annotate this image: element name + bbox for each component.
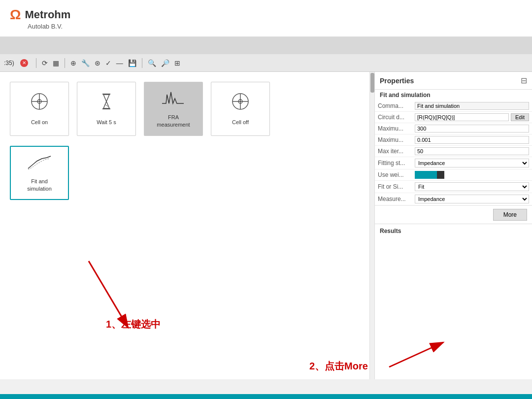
cell-off-icon xyxy=(231,92,250,115)
omega-icon: Ω xyxy=(10,7,21,23)
properties-section-title: Fit and simulation xyxy=(375,90,532,100)
prop-value: Impedance xyxy=(412,193,532,205)
results-section: Results xyxy=(375,224,532,237)
table-row: Maximu... xyxy=(375,134,532,146)
max-tol-input[interactable] xyxy=(415,136,529,144)
prop-value xyxy=(412,123,532,134)
more-button[interactable]: More xyxy=(493,209,527,221)
cell-on-label: Cell on xyxy=(31,119,48,126)
fit-block-row: Fit and simulation xyxy=(10,146,360,200)
toolbar: :35) ✕ ⟳ ▦ ⊕ 🔧 ⊛ ✓ — 💾 🔍 🔎 ⊞ xyxy=(0,54,532,72)
svg-point-12 xyxy=(240,101,241,102)
cell-off-label: Cell off xyxy=(232,119,249,126)
minus-icon[interactable]: — xyxy=(115,58,125,68)
prop-value xyxy=(412,134,532,146)
edit-button[interactable]: Edit xyxy=(511,113,529,121)
scroll-thumb[interactable] xyxy=(370,73,374,93)
prop-key: Use wei... xyxy=(375,169,412,181)
fitting-strategy-select[interactable]: Impedance xyxy=(415,159,529,167)
left-panel: Cell on Wait 5 s xyxy=(0,72,369,379)
zoom-fit-icon[interactable]: ⊞ xyxy=(173,58,182,68)
table-row: Use wei... xyxy=(375,169,532,181)
cell-on-icon xyxy=(30,92,49,115)
svg-point-4 xyxy=(39,101,40,102)
weight-dark xyxy=(437,171,444,179)
table-row: Fitting st... Impedance xyxy=(375,157,532,169)
prop-key: Maximu... xyxy=(375,123,412,134)
results-title: Results xyxy=(380,228,401,234)
wait-label: Wait 5 s xyxy=(97,119,116,126)
fit-sim-label: Fit and simulation xyxy=(27,178,52,192)
svg-rect-6 xyxy=(102,108,110,109)
prop-key: Circuit d... xyxy=(375,112,412,123)
fra-icon xyxy=(161,90,186,110)
zoom-in-icon[interactable]: 🔎 xyxy=(160,58,171,68)
command-input[interactable] xyxy=(415,102,529,110)
measure-select[interactable]: Impedance xyxy=(415,195,529,203)
scroll-bar[interactable] xyxy=(369,72,374,379)
table-row: Circuit d... Edit xyxy=(375,112,532,123)
max-iter-input[interactable] xyxy=(415,125,529,133)
properties-table: Comma... Circuit d... Edit xyxy=(375,100,532,205)
prop-key: Maximu... xyxy=(375,134,412,146)
link-icon[interactable]: ⊛ xyxy=(93,58,102,68)
table-row: Fit or Si... Fit Simulation xyxy=(375,181,532,193)
prop-value: Impedance xyxy=(412,157,532,169)
toolbar-title: :35) xyxy=(4,60,14,66)
target-icon[interactable]: ⊕ xyxy=(69,58,78,68)
company-name: Metrohm xyxy=(25,8,70,21)
prop-value: Edit xyxy=(412,112,532,123)
properties-header: Properties ⊟ xyxy=(375,72,532,90)
grid-icon[interactable]: ▦ xyxy=(51,58,61,68)
prop-key: Fitting st... xyxy=(375,157,412,169)
wait-icon xyxy=(97,92,116,115)
table-row: Maximu... xyxy=(375,123,532,134)
logo: Ω Metrohm Autolab B.V. xyxy=(10,7,70,30)
workspace: Cell on Wait 5 s xyxy=(0,72,532,379)
fit-or-sim-select[interactable]: Fit Simulation xyxy=(415,182,529,191)
prop-key: Comma... xyxy=(375,100,412,112)
prop-key: Max iter... xyxy=(375,146,412,157)
bottom-bar xyxy=(0,394,532,399)
prop-value: Fit Simulation xyxy=(412,181,532,193)
table-row: Comma... xyxy=(375,100,532,112)
prop-value xyxy=(412,100,532,112)
toolbar-separator-2 xyxy=(65,58,65,68)
company-sub: Autolab B.V. xyxy=(28,23,70,30)
gray-bar xyxy=(0,37,532,54)
zoom-out-icon[interactable]: 🔍 xyxy=(146,58,158,68)
fra-label: FRA measurement xyxy=(157,114,190,128)
right-panel: Properties ⊟ Fit and simulation Comma... xyxy=(374,72,532,379)
wait-block[interactable]: Wait 5 s xyxy=(77,82,136,136)
more-btn-container: More xyxy=(375,205,532,224)
table-row: Measure... Impedance xyxy=(375,193,532,205)
toolbar-separator xyxy=(36,58,36,68)
blocks-row: Cell on Wait 5 s xyxy=(10,82,360,136)
prop-key: Fit or Si... xyxy=(375,181,412,193)
properties-title: Properties xyxy=(380,77,414,85)
prop-key: Measure... xyxy=(375,193,412,205)
wrench-icon[interactable]: 🔧 xyxy=(80,58,91,68)
weight-teal xyxy=(415,171,437,179)
table-row: Max iter... xyxy=(375,146,532,157)
fit-icon xyxy=(27,154,52,174)
toolbar-separator-3 xyxy=(142,58,142,68)
check-icon[interactable]: ✓ xyxy=(104,58,113,68)
main-content: :35) ✕ ⟳ ▦ ⊕ 🔧 ⊛ ✓ — 💾 🔍 🔎 ⊞ xyxy=(0,54,532,379)
refresh-icon[interactable]: ⟳ xyxy=(40,58,49,68)
fra-block[interactable]: FRA measurement xyxy=(144,82,203,136)
cell-off-block[interactable]: Cell off xyxy=(211,82,270,136)
weight-bar[interactable] xyxy=(415,171,444,179)
close-button[interactable]: ✕ xyxy=(20,59,28,67)
fit-sim-block[interactable]: Fit and simulation xyxy=(10,146,69,200)
pin-icon[interactable]: ⊟ xyxy=(521,76,527,85)
prop-value xyxy=(412,169,532,181)
header: Ω Metrohm Autolab B.V. xyxy=(0,0,532,37)
max-iter-50-input[interactable] xyxy=(415,147,529,155)
prop-value xyxy=(412,146,532,157)
save-icon[interactable]: 💾 xyxy=(127,58,138,68)
circuit-input[interactable] xyxy=(415,113,509,121)
cell-on-block[interactable]: Cell on xyxy=(10,82,69,136)
